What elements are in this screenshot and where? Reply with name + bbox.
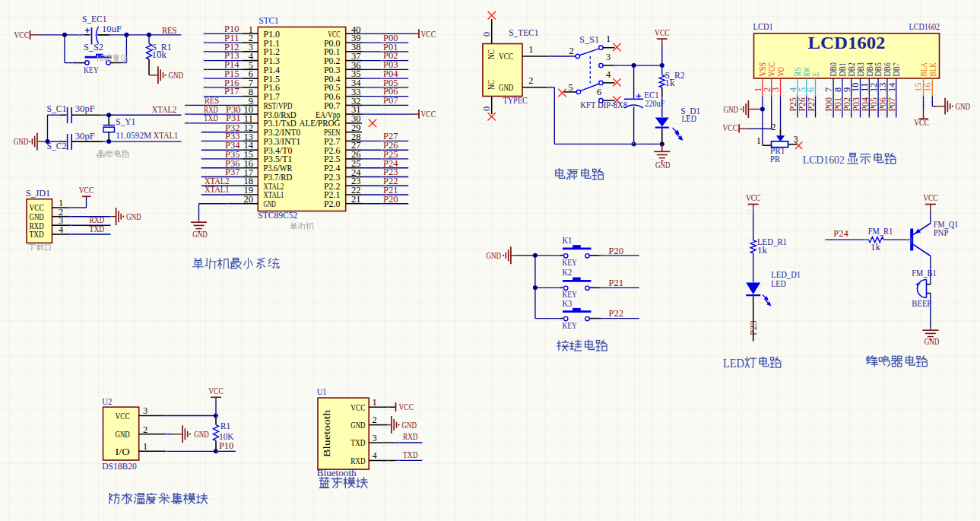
svg-text:P10: P10 xyxy=(219,440,234,451)
svg-text:LED: LED xyxy=(771,278,785,289)
svg-text:6: 6 xyxy=(597,87,601,97)
svg-text:GND: GND xyxy=(14,135,29,147)
svg-text:KFT DIP-8X8: KFT DIP-8X8 xyxy=(580,99,627,110)
svg-text:GND: GND xyxy=(402,419,417,430)
svg-text:XTAL2: XTAL2 xyxy=(152,103,177,115)
svg-text:Bluetooth: Bluetooth xyxy=(322,409,332,457)
svg-text:1: 1 xyxy=(143,441,147,452)
svg-text:P22: P22 xyxy=(609,307,624,319)
svg-text:30pF: 30pF xyxy=(75,103,95,114)
svg-text:E: E xyxy=(810,71,821,76)
svg-text:3: 3 xyxy=(794,134,798,145)
svg-text:BLK: BLK xyxy=(928,62,938,77)
svg-text:BEEP: BEEP xyxy=(912,297,931,309)
svg-text:P20: P20 xyxy=(609,245,624,256)
svg-text:VCC: VCC xyxy=(79,184,94,195)
svg-text:1k: 1k xyxy=(665,77,676,88)
svg-text:FM_B1: FM_B1 xyxy=(912,267,937,278)
svg-text:0: 0 xyxy=(481,32,492,37)
svg-text:LED: LED xyxy=(681,113,696,124)
svg-text:14: 14 xyxy=(886,83,897,92)
svg-text:1: 1 xyxy=(373,397,377,408)
svg-text:GND: GND xyxy=(655,159,671,170)
svg-text:K2: K2 xyxy=(562,266,572,278)
svg-text:P23: P23 xyxy=(747,321,759,336)
svg-text:VCC: VCC xyxy=(723,122,738,133)
svg-text:LCD1602: LCD1602 xyxy=(803,153,845,166)
svg-text:TXD: TXD xyxy=(90,223,105,234)
svg-text:S_C1: S_C1 xyxy=(47,103,67,114)
svg-text:GND: GND xyxy=(499,82,513,93)
svg-text:VCC: VCC xyxy=(499,51,513,62)
svg-text:4: 4 xyxy=(373,450,378,461)
svg-text:VCC: VCC xyxy=(914,116,929,128)
svg-text:2: 2 xyxy=(528,75,533,86)
svg-text:NC: NC xyxy=(486,80,496,90)
svg-text:GND: GND xyxy=(194,428,208,440)
svg-text:P20: P20 xyxy=(383,193,398,205)
svg-text:S_Y1: S_Y1 xyxy=(116,116,135,127)
svg-text:VCC: VCC xyxy=(399,401,414,412)
svg-text:VCC: VCC xyxy=(14,29,30,40)
svg-text:PR: PR xyxy=(770,153,780,164)
svg-text:3: 3 xyxy=(373,433,377,443)
svg-text:3: 3 xyxy=(606,52,611,62)
svg-text:2: 2 xyxy=(143,424,147,435)
svg-text:STC1: STC1 xyxy=(259,14,279,26)
svg-text:TXD: TXD xyxy=(204,113,218,123)
svg-text:30pF: 30pF xyxy=(75,130,95,141)
svg-text:GND: GND xyxy=(126,211,141,222)
svg-text:S_S2: S_S2 xyxy=(84,41,103,52)
svg-text:2: 2 xyxy=(771,122,775,132)
svg-text:VCC: VCC xyxy=(421,28,436,40)
svg-text:S_JD1: S_JD1 xyxy=(26,187,50,199)
svg-text:P2.0: P2.0 xyxy=(324,199,341,209)
svg-text:0: 0 xyxy=(481,106,492,111)
svg-text:K3: K3 xyxy=(562,297,572,309)
svg-text:PNP: PNP xyxy=(934,227,949,238)
svg-text:16: 16 xyxy=(922,83,933,92)
svg-text:U1: U1 xyxy=(317,386,327,397)
svg-text:GND: GND xyxy=(924,335,940,347)
svg-text:6: 6 xyxy=(805,87,816,92)
svg-text:XTAL1: XTAL1 xyxy=(205,183,230,195)
svg-text:VCC: VCC xyxy=(655,27,670,38)
svg-text:2: 2 xyxy=(569,46,574,56)
svg-text:VO: VO xyxy=(775,67,786,76)
svg-text:5: 5 xyxy=(568,82,572,93)
svg-text:10uF: 10uF xyxy=(102,23,122,34)
svg-text:11.0592M: 11.0592M xyxy=(116,129,151,141)
svg-text:KEY: KEY xyxy=(84,64,99,75)
svg-text:4: 4 xyxy=(59,224,64,235)
svg-text:GND: GND xyxy=(264,199,276,209)
svg-text:VCC: VCC xyxy=(746,192,761,203)
svg-text:TYPEC: TYPEC xyxy=(503,94,528,106)
svg-text:VCC: VCC xyxy=(923,192,938,203)
svg-text:LCD1602: LCD1602 xyxy=(909,21,940,32)
svg-text:GND: GND xyxy=(724,103,739,115)
svg-text:DB7: DB7 xyxy=(891,62,902,77)
svg-text:S_S1: S_S1 xyxy=(579,33,599,45)
svg-text:1k: 1k xyxy=(757,244,768,256)
svg-text:3: 3 xyxy=(770,87,781,92)
svg-text:VCC: VCC xyxy=(208,385,224,396)
svg-text:S_TEC1: S_TEC1 xyxy=(509,27,538,38)
svg-text:RXD: RXD xyxy=(350,456,365,466)
svg-text:NC: NC xyxy=(486,49,496,59)
svg-text:TXD: TXD xyxy=(30,229,44,240)
svg-text:RXD: RXD xyxy=(403,430,418,442)
svg-text:U2: U2 xyxy=(102,396,112,407)
svg-text:GND: GND xyxy=(486,249,501,261)
svg-text:TXD: TXD xyxy=(350,437,365,448)
svg-text:P07: P07 xyxy=(383,94,398,106)
svg-text:K1: K1 xyxy=(562,234,572,246)
svg-text:20: 20 xyxy=(244,194,254,205)
svg-text:TXD: TXD xyxy=(403,449,418,460)
svg-text:GND: GND xyxy=(956,100,971,112)
svg-text:10k: 10k xyxy=(152,49,167,60)
svg-text:GND: GND xyxy=(350,420,365,430)
svg-text:21: 21 xyxy=(351,194,361,205)
svg-text:S_C2: S_C2 xyxy=(47,140,67,151)
svg-text:R1: R1 xyxy=(220,420,230,431)
svg-text:GND: GND xyxy=(168,69,183,81)
